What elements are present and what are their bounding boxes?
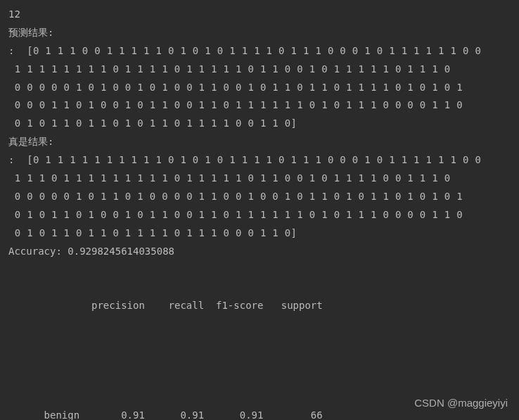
predicted-label: 预测结果: xyxy=(8,24,511,42)
predicted-array: : [0 1 1 1 0 0 1 1 1 1 1 0 1 0 1 0 1 1 1… xyxy=(8,42,511,133)
iteration-number: 12 xyxy=(8,6,511,24)
report-header: precision recall f1-score support xyxy=(8,297,511,315)
true-array: : [0 1 1 1 1 1 1 1 1 1 1 0 1 0 1 0 1 1 1… xyxy=(8,151,511,242)
report-spacer xyxy=(8,352,511,370)
watermark: CSDN @maggieyiyi xyxy=(414,393,508,413)
true-label: 真是结果: xyxy=(8,133,511,151)
accuracy-line: Accuracy: 0.9298245614035088 xyxy=(8,243,511,261)
